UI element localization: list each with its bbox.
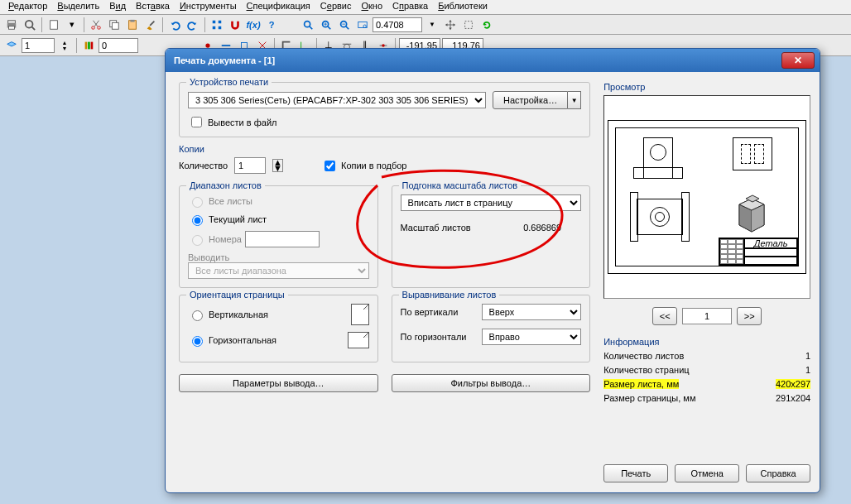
copies-label: Копии <box>179 144 590 154</box>
refresh-icon[interactable] <box>478 17 495 33</box>
svg-line-24 <box>328 26 331 29</box>
preview-icon[interactable] <box>22 17 38 33</box>
menu-help[interactable]: Справка <box>387 0 433 14</box>
small-input[interactable] <box>99 38 138 53</box>
menu-spec[interactable]: Спецификация <box>242 0 315 14</box>
menu-insert[interactable]: Вставка <box>131 0 175 14</box>
redo-icon[interactable] <box>185 17 201 33</box>
svg-line-14 <box>150 21 154 25</box>
zoom-out-icon[interactable] <box>336 17 353 33</box>
config-button[interactable]: Настройка… <box>493 91 568 109</box>
zoom-input[interactable] <box>373 17 422 32</box>
output-params-button[interactable]: Параметры вывода… <box>179 374 378 392</box>
zoom-extents-icon[interactable] <box>460 17 477 33</box>
svg-rect-11 <box>112 22 118 29</box>
qty-input[interactable] <box>234 157 266 174</box>
copy-icon[interactable] <box>106 17 123 33</box>
dialog-titlebar[interactable]: Печать документа - [1] ✕ <box>166 49 820 72</box>
prev-page-button[interactable]: << <box>652 307 677 325</box>
brush-icon[interactable] <box>142 17 159 33</box>
svg-line-20 <box>310 26 313 29</box>
sheet-count-label: Количество листов <box>603 351 684 361</box>
output-dropdown: Все листы диапазона <box>188 262 369 279</box>
help-icon[interactable]: ? <box>263 17 280 33</box>
page-count-value: 1 <box>805 365 810 375</box>
svg-line-4 <box>32 26 36 30</box>
grid-icon[interactable] <box>209 17 225 33</box>
sheet-count-value: 1 <box>805 351 810 361</box>
cancel-button[interactable]: Отмена <box>675 464 739 482</box>
print-icon[interactable] <box>3 17 20 33</box>
config-button-group: Настройка… ▼ <box>493 91 581 109</box>
menu-libs[interactable]: Библиотеки <box>433 0 493 14</box>
scale-value: 0.686869 <box>523 223 581 233</box>
svg-point-46 <box>382 44 385 47</box>
help-button[interactable]: Справка <box>746 464 810 482</box>
fx-icon[interactable]: f(x) <box>245 17 262 33</box>
next-page-button[interactable]: >> <box>737 307 762 325</box>
paste-icon[interactable] <box>124 17 141 33</box>
preview-section: Просмотр <box>603 82 810 325</box>
svg-rect-16 <box>219 20 222 23</box>
cut-icon[interactable] <box>88 17 104 33</box>
align-group: Выравнивание листов По вертикали Вверх П… <box>392 295 591 362</box>
output-to-file-input[interactable] <box>191 117 202 127</box>
svg-rect-18 <box>219 26 222 29</box>
magnet-icon[interactable] <box>227 17 243 33</box>
spinner-icon[interactable]: ▲▼ <box>56 37 73 54</box>
menu-select[interactable]: Выделить <box>52 0 104 14</box>
sheet-size-label: Размер листа, мм <box>603 379 679 389</box>
h-align-dropdown[interactable]: Вправо <box>482 329 582 345</box>
fit-dropdown[interactable]: Вписать лист в страницу <box>401 194 582 211</box>
page-num-input[interactable] <box>682 308 732 324</box>
printer-dropdown[interactable]: 3 305 306 Series(Сеть) (EPACABF7:XP-302 … <box>188 92 486 108</box>
output-to-file-checkbox[interactable]: Вывести в файл <box>188 114 581 130</box>
zoom-fit-icon[interactable] <box>300 17 316 33</box>
doc-icon[interactable] <box>46 17 62 33</box>
v-align-dropdown[interactable]: Вверх <box>482 304 582 320</box>
svg-rect-2 <box>9 26 15 29</box>
combo-arrow-icon[interactable]: ▼ <box>424 17 440 33</box>
fit-label: Подгонка масштаба листов <box>399 180 522 190</box>
collate-input[interactable] <box>325 161 335 171</box>
layer-dropdown-icon[interactable]: ▾ <box>64 17 80 33</box>
svg-rect-13 <box>130 19 134 22</box>
books-icon[interactable] <box>80 37 97 54</box>
device-group: Устройство печати 3 305 306 Series(Сеть)… <box>179 82 590 137</box>
toolbar-main: ▾ f(x) ? ▼ <box>0 15 851 35</box>
close-button[interactable]: ✕ <box>781 52 815 69</box>
pan-icon[interactable] <box>442 17 459 33</box>
page-size-value: 291x204 <box>776 393 810 403</box>
copies-group: Копии Количество ▲▼ Копии в подбор <box>179 144 590 179</box>
menu-tools[interactable]: Инструменты <box>175 0 242 14</box>
layer-icon[interactable] <box>3 37 20 54</box>
orient-label: Ориентация страницы <box>186 290 288 300</box>
menu-window[interactable]: Окно <box>356 0 387 14</box>
menu-editor[interactable]: Редактор <box>3 0 52 14</box>
preview-drawing: Деталь <box>608 120 806 274</box>
dialog-title: Печать документа - [1] <box>174 55 781 65</box>
page-count-label: Количество страниц <box>603 365 689 375</box>
print-button[interactable]: Печать <box>603 464 668 482</box>
all-sheets-radio: Все листы <box>188 194 369 208</box>
zoom-in-icon[interactable] <box>318 17 334 33</box>
svg-rect-32 <box>465 21 473 28</box>
menu-view[interactable]: Вид <box>104 0 131 14</box>
numbers-input <box>245 231 320 247</box>
svg-rect-0 <box>8 20 16 23</box>
qty-spinner[interactable]: ▲▼ <box>272 159 283 172</box>
current-sheet-radio[interactable]: Текущий лист <box>188 213 369 226</box>
collate-checkbox[interactable]: Копии в подбор <box>321 158 407 174</box>
vertical-radio[interactable]: Вертикальная <box>188 304 369 325</box>
layer-input[interactable] <box>22 38 55 53</box>
svg-rect-38 <box>242 42 248 48</box>
svg-rect-17 <box>213 26 216 29</box>
menu-service[interactable]: Сервис <box>315 0 357 14</box>
undo-icon[interactable] <box>166 17 183 33</box>
config-dropdown-arrow[interactable]: ▼ <box>568 91 581 109</box>
svg-point-36 <box>205 43 209 47</box>
horizontal-radio[interactable]: Горизонтальная <box>188 332 369 348</box>
output-filters-button[interactable]: Фильтры вывода… <box>392 374 591 392</box>
zoom-window-icon[interactable] <box>354 17 371 33</box>
svg-point-7 <box>98 26 101 29</box>
